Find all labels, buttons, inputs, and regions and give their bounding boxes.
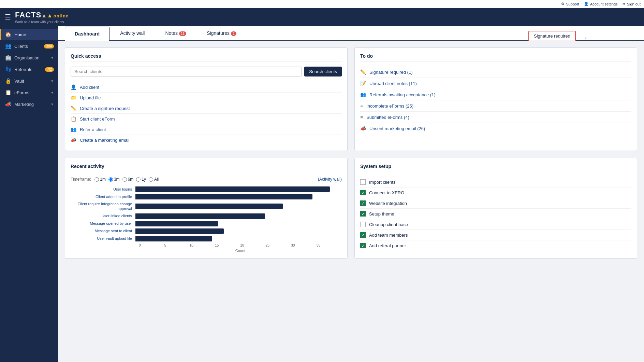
bar-row-2: Client require Integration change approv… <box>71 201 342 211</box>
timeframe-option-6m[interactable]: 6m <box>122 177 134 182</box>
tab-badge-signatures: 1 <box>231 31 236 36</box>
bar-container-0 <box>135 186 342 192</box>
bar-fill-3 <box>135 213 265 219</box>
todo-item-1[interactable]: 📝Unread client notes (11) <box>360 78 631 89</box>
account-icon: 👤 <box>584 2 589 6</box>
bar-fill-5 <box>135 228 224 234</box>
setup-item-0[interactable]: Import clients <box>360 177 631 187</box>
system-setup-title: System setup <box>360 164 631 172</box>
setup-item-1[interactable]: ✓Connect to XERO <box>360 187 631 198</box>
timeframe-label: Timeframe: <box>71 177 91 182</box>
timeframe-option-1m[interactable]: 1m <box>94 177 106 182</box>
setup-item-3[interactable]: ✓Setup theme <box>360 209 631 219</box>
bar-label-2: Client require Integration change approv… <box>71 201 135 211</box>
bar-row-3: User linked clients <box>71 213 342 219</box>
setup-item-2[interactable]: ✓Website integration <box>360 198 631 209</box>
tab-signatures[interactable]: Signatures1 <box>197 26 246 40</box>
sidebar-label-home: Home <box>14 32 54 37</box>
top-bar: ⚙ Support 👤 Account settings ➡ Sign out <box>0 0 644 8</box>
sidebar-arrow-vault: ▼ <box>50 79 54 83</box>
support-link[interactable]: ⚙ Support <box>561 2 579 6</box>
todo-icon-3: ≡ <box>360 103 363 109</box>
arrow-indicator: ← <box>584 33 591 42</box>
sidebar-label-marketing: Marketing <box>14 102 49 107</box>
setup-checkbox-3[interactable]: ✓ <box>360 211 366 217</box>
bar-row-5: Message sent to client <box>71 228 342 234</box>
tabs-bar: DashboardActivity wallNotes11Signatures1… <box>58 26 644 41</box>
setup-checkbox-4[interactable] <box>360 222 366 227</box>
sidebar-item-home[interactable]: 🏠 Home <box>0 29 58 40</box>
signout-icon: ➡ <box>623 2 626 6</box>
bar-label-0: User logins <box>71 187 135 192</box>
todo-icon-1: 📝 <box>360 81 366 86</box>
setup-checkbox-0[interactable] <box>360 179 366 185</box>
setup-item-6[interactable]: ✓Add referal partner <box>360 240 631 251</box>
todo-icon-5: 📣 <box>360 126 366 131</box>
setup-item-5[interactable]: ✓Add team members <box>360 230 631 240</box>
quick-access-card: Quick access Search clients 👤Add client📁… <box>65 47 348 151</box>
account-settings-link[interactable]: 👤 Account settings <box>584 2 618 6</box>
logo: FACTS▲▲online <box>15 11 69 19</box>
bar-label-1: Client added to profile <box>71 194 135 199</box>
tab-dashboard[interactable]: Dashboard <box>65 27 109 41</box>
hamburger-menu[interactable]: ☰ <box>5 13 11 21</box>
timeframe-option-3m[interactable]: 3m <box>108 177 120 182</box>
quick-link-0[interactable]: 👤Add client <box>71 82 342 93</box>
setup-item-4[interactable]: Cleanup client base <box>360 219 631 230</box>
timeframe-option-1y[interactable]: 1y <box>136 177 146 182</box>
bar-row-0: User logins <box>71 186 342 192</box>
quick-link-5[interactable]: 📣Create a marketing email <box>71 135 342 145</box>
todo-label-0: Signature required (1) <box>369 70 412 75</box>
sidebar-icon-referrals: 👣 <box>5 66 12 72</box>
setup-checkbox-5[interactable]: ✓ <box>360 232 366 238</box>
todo-container: ✏️Signature required (1)📝Unread client n… <box>360 67 631 134</box>
todo-item-2[interactable]: 👥Referrals awaiting acceptance (1) <box>360 89 631 100</box>
quick-link-label-5: Create a marketing email <box>80 138 129 143</box>
todo-item-4[interactable]: ≡Submitted eForms (4) <box>360 112 631 123</box>
sidebar-icon-marketing: 📣 <box>5 101 12 107</box>
sidebar-icon-clients: 👥 <box>5 43 12 49</box>
quick-link-2[interactable]: ✏️Create a signture request <box>71 103 342 114</box>
search-button[interactable]: Search clients <box>304 67 342 76</box>
timeframe-row: Timeframe: 1m3m6m1yAll (Activity wall) <box>71 177 342 182</box>
todo-item-5[interactable]: 📣Unsent marketing email (26) <box>360 123 631 134</box>
search-input[interactable] <box>71 67 302 76</box>
todo-icon-2: 👥 <box>360 92 366 97</box>
todo-label-1: Unread client notes (11) <box>369 81 417 86</box>
bar-label-6: User vault upload file <box>71 236 135 241</box>
todo-label-5: Unsent marketing email (26) <box>369 126 425 131</box>
quick-link-3[interactable]: 📋Start client eForm <box>71 114 342 124</box>
todo-label-4: Submitted eForms (4) <box>366 115 409 120</box>
activity-wall-link[interactable]: (Activity wall) <box>318 177 342 182</box>
setup-checkbox-6[interactable]: ✓ <box>360 243 366 248</box>
bar-fill-2 <box>135 204 283 209</box>
timeframe-option-All[interactable]: All <box>149 177 159 182</box>
sidebar-icon-vault: 🔒 <box>5 78 12 84</box>
sidebar-item-eforms[interactable]: 📋 eForms ▼ <box>0 87 58 98</box>
bar-row-4: Message opened by user <box>71 221 342 226</box>
sidebar-item-organisation[interactable]: 🏢 Organisation ▼ <box>0 52 58 64</box>
todo-item-0[interactable]: ✏️Signature required (1) <box>360 67 631 78</box>
tab-activity-wall[interactable]: Activity wall <box>110 26 155 40</box>
sign-out-link[interactable]: ➡ Sign out <box>623 2 641 6</box>
bar-fill-0 <box>135 186 330 192</box>
quick-link-1[interactable]: 📁Upload file <box>71 93 342 103</box>
sidebar-item-vault[interactable]: 🔒 Vault ▼ <box>0 75 58 87</box>
setup-label-3: Setup theme <box>369 211 394 217</box>
tab-notes[interactable]: Notes11 <box>155 26 196 40</box>
sidebar-badge-clients: 384 <box>44 44 54 48</box>
bar-label-3: User linked clients <box>71 213 135 218</box>
sidebar-item-referrals[interactable]: 👣 Referrals 7/2 <box>0 64 58 75</box>
sidebar-item-clients[interactable]: 👥 Clients 384 <box>0 40 58 52</box>
quick-link-label-2: Create a signture request <box>80 106 130 111</box>
bar-row-1: Client added to profile <box>71 194 342 199</box>
sidebar-item-marketing[interactable]: 📣 Marketing ▼ <box>0 98 58 110</box>
setup-checkbox-2[interactable]: ✓ <box>360 200 366 206</box>
quick-link-4[interactable]: 👥Refer a client <box>71 124 342 135</box>
todo-item-3[interactable]: ≡Incomplete eForms (25) <box>360 100 631 112</box>
todo-title: To do <box>360 53 631 62</box>
sidebar-arrow-marketing: ▼ <box>50 102 54 106</box>
setup-label-1: Connect to XERO <box>369 190 404 195</box>
setup-checkbox-1[interactable]: ✓ <box>360 190 366 195</box>
app-header: ☰ FACTS▲▲online Work as a team with your… <box>0 8 644 26</box>
